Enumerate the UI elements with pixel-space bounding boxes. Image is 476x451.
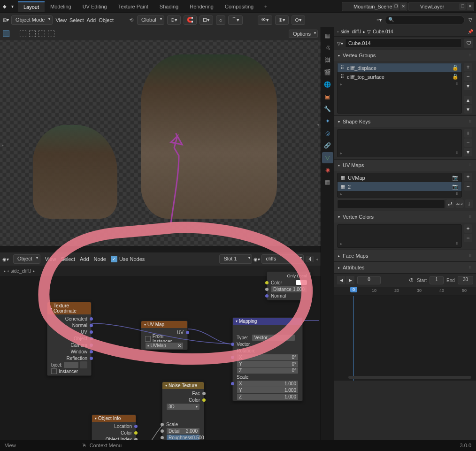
scene-close-icon[interactable]: ✕: [400, 3, 407, 10]
viewport-options-button[interactable]: Options: [289, 30, 318, 38]
add-button[interactable]: +: [464, 224, 472, 233]
tab-world-icon[interactable]: 🌐: [322, 79, 333, 90]
tab-uv-editing[interactable]: UV Editing: [77, 2, 113, 11]
node-noise-texture[interactable]: Noise Texture Fac Color 3D▾ Scale Detail…: [162, 382, 204, 440]
list-item[interactable]: ▦2📷: [338, 182, 461, 191]
tab-particle-icon[interactable]: ✦: [322, 115, 333, 127]
node-menu-view[interactable]: View: [45, 256, 56, 262]
tab-object-icon[interactable]: ▣: [322, 91, 333, 102]
material-slot-dropdown[interactable]: Slot 1: [219, 254, 252, 264]
proportional-curve-icon[interactable]: ⌒▾: [228, 15, 243, 25]
tab-constraint-icon[interactable]: 🔗: [322, 140, 333, 151]
play-forward-icon[interactable]: ▶: [346, 276, 354, 284]
panel-header-vertex-groups[interactable]: Vertex Groups⠿: [334, 50, 476, 61]
close-icon[interactable]: ✕: [177, 343, 181, 348]
filter-icon[interactable]: ≡▾: [376, 17, 382, 23]
tab-view-icon[interactable]: 🖼: [322, 54, 333, 66]
tab-mesh-data-icon[interactable]: ▽: [322, 152, 333, 163]
specials-button[interactable]: ▾: [464, 82, 472, 90]
overlay-icon[interactable]: ⊙▾: [292, 15, 305, 25]
chevron-right-icon[interactable]: ▸: [4, 269, 6, 273]
filter-toggle-icon[interactable]: ▽: [468, 17, 473, 23]
playhead-frame[interactable]: 0: [350, 287, 357, 292]
select-mode-5-icon[interactable]: [48, 31, 54, 37]
remove-button[interactable]: −: [464, 182, 472, 191]
add-button[interactable]: +: [464, 173, 472, 181]
checkbox-icon[interactable]: [145, 336, 151, 342]
panel-header-attributes[interactable]: Attributes⠿: [334, 262, 476, 273]
tab-scene-icon[interactable]: 🎬: [322, 67, 333, 78]
add-workspace-icon[interactable]: ＋: [263, 4, 269, 9]
tab-output-icon[interactable]: 🖨: [322, 42, 333, 54]
timeline-ruler[interactable]: 0 10 20 30 40 50: [334, 287, 476, 296]
list-item[interactable]: ⠿cliff_top_surface🔓: [338, 72, 461, 81]
visibility-icon[interactable]: 👁▾: [258, 15, 272, 25]
breadcrumb-object[interactable]: ▫ side_cliff.l: [8, 268, 31, 274]
pin-icon[interactable]: 📌: [468, 29, 473, 34]
node-mapping[interactable]: Mapping Type:Vector Vector Rotation: X0°…: [232, 317, 303, 401]
vertex-colors-list[interactable]: ▸⠿: [337, 224, 462, 248]
eyedropper-icon[interactable]: [80, 361, 87, 368]
list-item[interactable]: ▦UVMap📷: [338, 173, 461, 182]
list-item[interactable]: ⠿cliff_displace🔓: [338, 63, 461, 72]
menu-select[interactable]: Select: [69, 17, 84, 23]
node-object-info[interactable]: Object Info Location Color Object Index …: [92, 414, 136, 440]
tab-modeling[interactable]: Modeling: [45, 2, 77, 11]
timeline-area[interactable]: [334, 296, 476, 381]
camera-icon[interactable]: 📷: [452, 183, 459, 190]
tab-texture-icon[interactable]: ▦: [322, 176, 333, 188]
pivot-icon[interactable]: ⊙▾: [167, 15, 181, 25]
lock-icon[interactable]: 🔓: [452, 65, 459, 71]
menu-object[interactable]: Object: [99, 17, 114, 23]
node-partial[interactable]: Only Local Color Distance1.000 Normal: [267, 271, 311, 300]
panel-header-vertex-colors[interactable]: Vertex Colors⠿: [334, 211, 476, 222]
use-nodes-toggle[interactable]: ✓ Use Nodes: [111, 256, 145, 262]
node-editor-type-icon[interactable]: ◉▾: [3, 256, 8, 262]
uvmap-name-input[interactable]: [337, 199, 445, 209]
expand-icon[interactable]: ▸: [340, 151, 342, 155]
select-mode-3-icon[interactable]: [29, 31, 36, 37]
start-frame-field[interactable]: 1: [430, 276, 444, 284]
node-canvas[interactable]: Only Local Color Distance1.000 Normal Te…: [0, 276, 321, 440]
search-input[interactable]: [397, 17, 461, 24]
node-menu-node[interactable]: Node: [94, 256, 106, 262]
mesh-name-input[interactable]: [345, 38, 462, 48]
snap-toggle[interactable]: 🧲: [184, 15, 197, 25]
checkbox-icon[interactable]: [51, 368, 57, 374]
tab-rendering[interactable]: Rendering: [184, 2, 219, 11]
tab-render-icon[interactable]: ▦: [322, 30, 333, 41]
swap-icon[interactable]: ⇄: [446, 199, 454, 208]
camera-icon[interactable]: 📷: [452, 175, 459, 181]
expand-icon[interactable]: ▸: [340, 82, 342, 86]
scrollbar[interactable]: [348, 376, 471, 379]
panel-header-shape-keys[interactable]: Shape Keys⠿: [334, 116, 476, 127]
file-menu-icon[interactable]: ▾: [9, 4, 15, 9]
proportional-icon[interactable]: ○: [216, 15, 226, 25]
editor-type-icon[interactable]: ⊞▾: [3, 17, 8, 23]
current-frame-field[interactable]: 0: [357, 276, 381, 284]
node-uv-map[interactable]: UV Map UV From Instancer ▪UVMap✕: [141, 321, 188, 350]
viewport-canvas[interactable]: ▸ ◂: [0, 40, 321, 246]
shape-keys-list[interactable]: ▸⠿: [337, 129, 462, 157]
node-object-dropdown[interactable]: Object: [13, 254, 40, 264]
gizmo-icon[interactable]: ⊕▾: [275, 15, 289, 25]
blender-icon[interactable]: ◆: [2, 4, 8, 9]
material-name-field[interactable]: cliffs: [261, 254, 304, 264]
move-down-button[interactable]: ▾: [464, 105, 472, 114]
select-mode-2-icon[interactable]: [20, 31, 26, 37]
tab-physics-icon[interactable]: ◎: [322, 128, 333, 139]
remove-button[interactable]: −: [464, 72, 472, 81]
sort-down-icon[interactable]: ↓: [465, 199, 473, 208]
expand-icon[interactable]: ▸: [340, 242, 342, 246]
node-menu-select[interactable]: Select: [61, 256, 75, 262]
autokey-icon[interactable]: ⏱: [409, 277, 414, 283]
tab-material-icon[interactable]: ◉: [322, 164, 333, 176]
scene-browse-icon[interactable]: ❐: [392, 3, 399, 10]
end-frame-field[interactable]: 30: [458, 276, 473, 284]
panel-header-face-maps[interactable]: Face Maps⠿: [334, 250, 476, 261]
tab-layout[interactable]: Layout: [18, 1, 45, 12]
collapse-right-icon[interactable]: ◂: [316, 257, 318, 261]
tab-texture-paint[interactable]: Texture Paint: [113, 2, 154, 11]
menu-add[interactable]: Add: [87, 17, 96, 23]
remove-button[interactable]: −: [464, 138, 472, 147]
